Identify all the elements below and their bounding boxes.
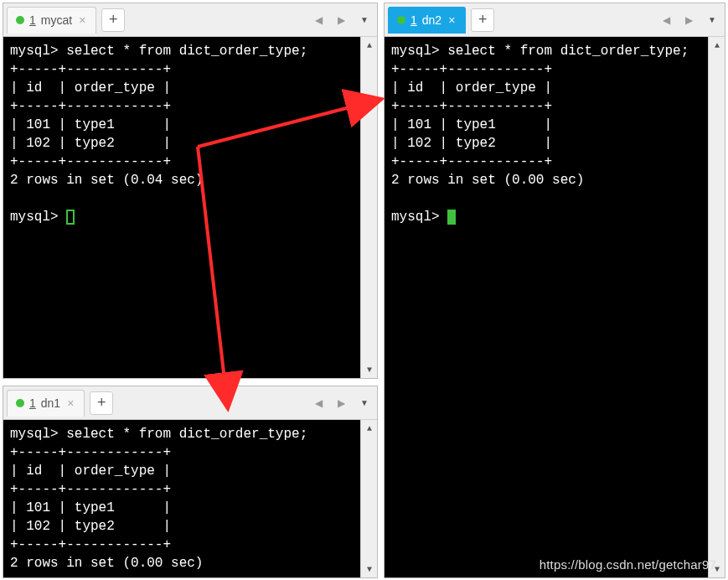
prev-tab-icon[interactable]: ◀ bbox=[312, 14, 326, 26]
data-row: | 101 | type1 | bbox=[10, 117, 171, 132]
tab-num: 1 bbox=[29, 13, 36, 27]
divider: +-----+------------+ bbox=[10, 62, 171, 77]
pane-dn2: 1 dn2 × + ◀ ▶ ▼ mysql> select * from dic… bbox=[384, 3, 725, 578]
divider: +-----+------------+ bbox=[391, 154, 552, 169]
tabbar: 1 dn1 × + ◀ ▶ ▼ bbox=[3, 386, 377, 420]
status-dot-icon bbox=[16, 399, 24, 407]
divider: +-----+------------+ bbox=[10, 445, 171, 460]
tab-menu-icon[interactable]: ▼ bbox=[357, 15, 372, 24]
close-icon[interactable]: × bbox=[77, 13, 87, 27]
query-line: mysql> select * from dict_order_type; bbox=[10, 44, 307, 59]
plus-icon: + bbox=[478, 11, 488, 28]
tab-menu-icon[interactable]: ▼ bbox=[705, 15, 720, 24]
scroll-up-icon[interactable]: ▲ bbox=[361, 420, 378, 437]
tab-label: dn2 bbox=[422, 13, 441, 27]
terminal-wrap: mysql> select * from dict_order_type; +-… bbox=[3, 420, 377, 577]
query-line: mysql> select * from dict_order_type; bbox=[10, 427, 307, 442]
tabbar: 1 mycat × + ◀ ▶ ▼ bbox=[3, 3, 377, 37]
tab-dn1[interactable]: 1 dn1 × bbox=[7, 390, 85, 417]
next-tab-icon[interactable]: ▶ bbox=[334, 397, 349, 409]
add-tab-button[interactable]: + bbox=[101, 8, 125, 32]
status-dot-icon bbox=[16, 16, 24, 24]
tab-label: dn1 bbox=[41, 396, 60, 410]
data-row: | 101 | type1 | bbox=[10, 500, 171, 515]
scrollbar[interactable]: ▲ ▼ bbox=[360, 37, 377, 378]
scroll-up-icon[interactable]: ▲ bbox=[709, 37, 725, 54]
data-row: | 102 | type2 | bbox=[10, 136, 171, 151]
terminal-wrap: mysql> select * from dict_order_type; +-… bbox=[3, 37, 377, 378]
close-icon[interactable]: × bbox=[447, 13, 457, 27]
data-row: | 102 | type2 | bbox=[391, 136, 552, 151]
scrollbar[interactable]: ▲ ▼ bbox=[708, 37, 725, 577]
data-row: | 101 | type1 | bbox=[391, 117, 552, 132]
prev-tab-icon[interactable]: ◀ bbox=[659, 14, 674, 26]
tabbar-controls: ◀ ▶ ▼ bbox=[659, 3, 720, 36]
prompt: mysql> bbox=[391, 210, 447, 225]
tab-menu-icon[interactable]: ▼ bbox=[357, 398, 372, 407]
watermark: https://blog.csdn.net/getchar97 bbox=[540, 557, 716, 572]
divider: +-----+------------+ bbox=[391, 99, 552, 114]
divider: +-----+------------+ bbox=[10, 154, 171, 169]
tab-dn2[interactable]: 1 dn2 × bbox=[388, 7, 466, 34]
data-row: | 102 | type2 | bbox=[10, 519, 171, 534]
summary-line: 2 rows in set (0.00 sec) bbox=[10, 556, 203, 571]
query-line: mysql> select * from dict_order_type; bbox=[391, 44, 689, 59]
scrollbar[interactable]: ▲ ▼ bbox=[360, 420, 377, 577]
tabbar: 1 dn2 × + ◀ ▶ ▼ bbox=[385, 3, 725, 37]
cursor-icon bbox=[66, 210, 75, 225]
terminal-output[interactable]: mysql> select * from dict_order_type; +-… bbox=[3, 420, 360, 577]
status-dot-icon bbox=[397, 16, 405, 24]
header-row: | id | order_type | bbox=[10, 80, 171, 96]
prev-tab-icon[interactable]: ◀ bbox=[312, 397, 326, 409]
next-tab-icon[interactable]: ▶ bbox=[682, 14, 696, 26]
plus-icon: + bbox=[97, 394, 106, 412]
tabbar-controls: ◀ ▶ ▼ bbox=[312, 386, 372, 419]
add-tab-button[interactable]: + bbox=[90, 391, 113, 415]
scroll-down-icon[interactable]: ▼ bbox=[361, 361, 378, 378]
plus-icon: + bbox=[109, 11, 118, 28]
header-row: | id | order_type | bbox=[10, 463, 171, 479]
divider: +-----+------------+ bbox=[10, 482, 171, 497]
cursor-icon bbox=[447, 210, 456, 225]
tab-num: 1 bbox=[410, 13, 417, 27]
pane-dn1: 1 dn1 × + ◀ ▶ ▼ mysql> select * from dic… bbox=[3, 386, 378, 578]
prompt: mysql> bbox=[10, 210, 66, 225]
divider: +-----+------------+ bbox=[10, 99, 171, 114]
summary-line: 2 rows in set (0.04 sec) bbox=[10, 173, 203, 188]
terminal-wrap: mysql> select * from dict_order_type; +-… bbox=[385, 37, 725, 577]
next-tab-icon[interactable]: ▶ bbox=[334, 14, 349, 26]
terminal-output[interactable]: mysql> select * from dict_order_type; +-… bbox=[385, 37, 708, 577]
pane-mycat: 1 mycat × + ◀ ▶ ▼ mysql> select * from d… bbox=[3, 3, 378, 379]
tab-num: 1 bbox=[29, 396, 36, 410]
scroll-up-icon[interactable]: ▲ bbox=[361, 37, 378, 54]
add-tab-button[interactable]: + bbox=[471, 8, 494, 32]
tab-label: mycat bbox=[41, 13, 72, 27]
scroll-down-icon[interactable]: ▼ bbox=[361, 561, 378, 577]
summary-line: 2 rows in set (0.00 sec) bbox=[391, 173, 584, 188]
terminal-output[interactable]: mysql> select * from dict_order_type; +-… bbox=[3, 37, 360, 378]
divider: +-----+------------+ bbox=[10, 537, 171, 552]
tabbar-controls: ◀ ▶ ▼ bbox=[312, 3, 372, 36]
header-row: | id | order_type | bbox=[391, 80, 552, 96]
tab-mycat[interactable]: 1 mycat × bbox=[7, 7, 96, 34]
close-icon[interactable]: × bbox=[65, 396, 75, 410]
divider: +-----+------------+ bbox=[391, 62, 552, 77]
